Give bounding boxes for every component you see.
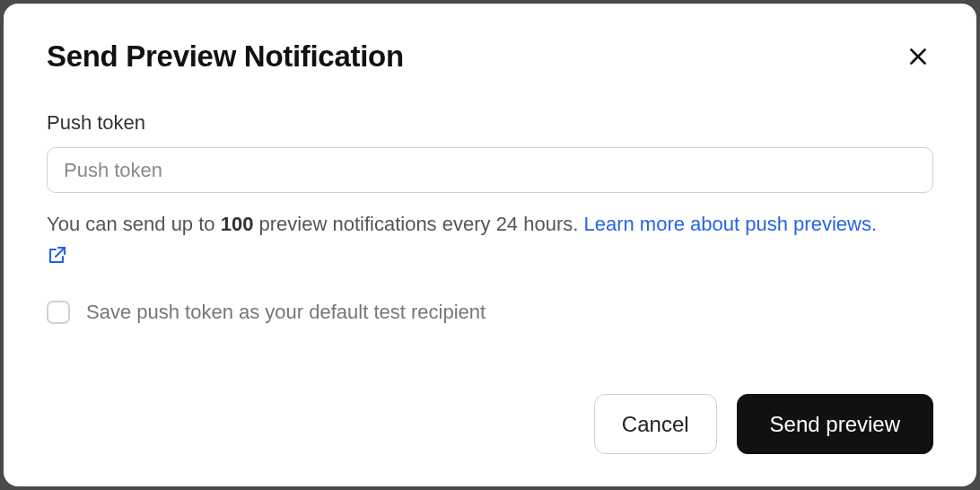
- close-icon: [906, 45, 930, 68]
- helper-prefix: You can send up to: [47, 213, 221, 235]
- cancel-button[interactable]: Cancel: [594, 394, 717, 454]
- send-preview-modal: Send Preview Notification Push token You…: [4, 4, 976, 486]
- save-default-checkbox[interactable]: [47, 301, 70, 324]
- save-default-label: Save push token as your default test rec…: [86, 301, 486, 324]
- push-token-label: Push token: [47, 111, 933, 135]
- helper-text: You can send up to 100 preview notificat…: [47, 209, 933, 274]
- helper-suffix: preview notifications every 24 hours.: [253, 213, 583, 235]
- push-token-input[interactable]: [47, 147, 933, 193]
- close-button[interactable]: [903, 41, 933, 72]
- push-token-field-group: Push token: [47, 111, 933, 193]
- modal-title: Send Preview Notification: [47, 39, 404, 74]
- helper-limit: 100: [221, 213, 254, 235]
- modal-footer: Cancel Send preview: [47, 394, 933, 454]
- learn-more-link[interactable]: Learn more about push previews.: [583, 213, 877, 235]
- send-preview-button[interactable]: Send preview: [737, 394, 933, 454]
- external-link-icon: [47, 244, 933, 274]
- modal-header: Send Preview Notification: [47, 39, 933, 74]
- save-default-row: Save push token as your default test rec…: [47, 301, 933, 324]
